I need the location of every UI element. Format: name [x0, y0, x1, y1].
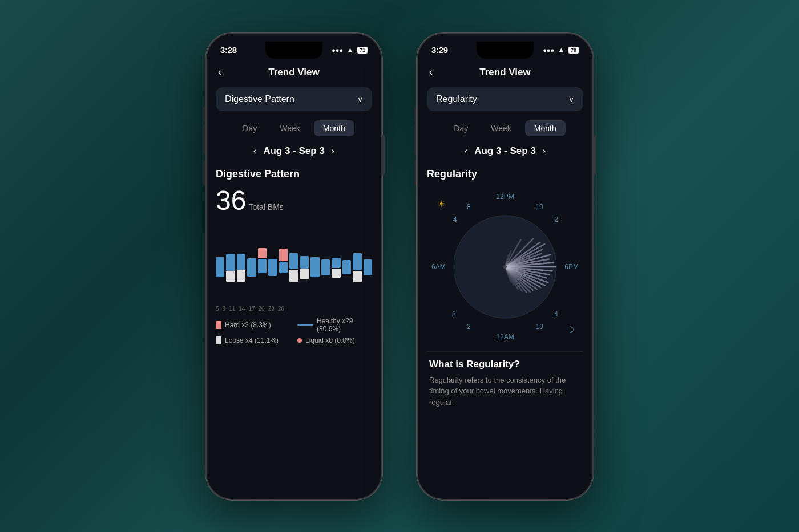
period-selector: Day Week Month: [207, 116, 381, 141]
bar-column: [300, 243, 309, 279]
liquid-swatch: [297, 338, 302, 343]
sun-icon: ☀: [437, 198, 445, 209]
status-bar-2: 3:29 ●●● ▲ 70: [418, 34, 592, 62]
clock-label-4l: 4: [453, 216, 457, 224]
period-day-button[interactable]: Day: [233, 120, 266, 136]
status-time: 3:28: [220, 45, 237, 55]
period-week-button-2[interactable]: Week: [482, 120, 520, 136]
wifi-icon: ▲: [346, 46, 354, 54]
axis-label: 5: [216, 306, 219, 312]
content-area-2: Regularity ☀ ☽ 12PM 6PM 12AM 6AM 10 2 4: [418, 161, 592, 499]
stat-number: 36: [216, 187, 246, 214]
bar-column: [216, 244, 224, 278]
clock-label-12am: 12AM: [496, 333, 514, 341]
section-title-2: Regularity: [427, 168, 583, 180]
bar-column: [332, 245, 340, 278]
date-range-nav-2: ‹ Aug 3 - Sep 3 ›: [418, 141, 592, 161]
status-time-2: 3:29: [431, 45, 448, 55]
date-range-nav: ‹ Aug 3 - Sep 3 ›: [207, 141, 381, 161]
period-selector-2: Day Week Month: [418, 116, 592, 141]
stat-row: 36 Total BMs: [216, 187, 372, 214]
period-week-button[interactable]: Week: [271, 120, 309, 136]
bar-column: [310, 244, 319, 278]
healthy-label: Healthy x29 (80.6%): [317, 317, 372, 333]
dropdown-label-2: Regularity: [436, 94, 477, 104]
status-icons-2: ●●● ▲ 70: [543, 46, 579, 54]
back-button-2[interactable]: ‹: [429, 66, 433, 78]
axis-label: 23: [268, 306, 275, 312]
bar-chart: 58111417202326: [216, 221, 372, 312]
liquid-label: Liquid x0 (0.0%): [305, 336, 355, 344]
hard-label: Hard x3 (8.3%): [225, 321, 271, 329]
clock-label-8b: 8: [452, 310, 456, 318]
period-month-button-2[interactable]: Month: [525, 120, 566, 136]
phone-2: 3:29 ●●● ▲ 70 ‹ Trend View Regularity ∨: [417, 33, 594, 500]
dynamic-island: [265, 42, 322, 59]
clock-label-6am: 6AM: [431, 263, 446, 271]
bar-column: [321, 246, 330, 276]
prev-period-button-2[interactable]: ‹: [465, 146, 467, 156]
axis-label: 8: [223, 306, 226, 312]
bar-column: [279, 249, 288, 274]
axis-label: 17: [248, 306, 255, 312]
chevron-down-icon: ∨: [357, 95, 363, 104]
legend-healthy: Healthy x29 (80.6%): [297, 317, 372, 333]
status-bar: 3:28 ●●● ▲ 71: [207, 34, 381, 62]
bar-column: [268, 246, 277, 277]
page-title: Trend View: [268, 67, 319, 78]
dynamic-island-2: [477, 42, 534, 59]
bar-column: [237, 241, 245, 282]
moon-icon: ☽: [566, 324, 574, 335]
prev-period-button[interactable]: ‹: [253, 146, 256, 156]
page-title-2: Trend View: [479, 67, 530, 78]
clock-label-12pm: 12PM: [496, 193, 514, 201]
bar-column: [258, 248, 267, 274]
nav-bar: ‹ Trend View: [207, 62, 381, 83]
loose-label: Loose x4 (11.1%): [225, 336, 279, 344]
bar-column: [289, 240, 298, 282]
next-period-button-2[interactable]: ›: [543, 146, 546, 156]
clock-label-10b: 10: [536, 323, 543, 331]
bar-column: [353, 240, 361, 282]
clock-label-6pm: 6PM: [564, 263, 579, 271]
clock-label-10: 10: [536, 203, 543, 211]
clock-label-2b: 2: [467, 323, 471, 331]
stat-label: Total BMs: [248, 202, 283, 212]
category-dropdown-2[interactable]: Regularity ∨: [427, 87, 583, 111]
signal-icon: ●●●: [332, 47, 343, 54]
date-range-label-2: Aug 3 - Sep 3: [474, 145, 536, 157]
clock-label-8: 8: [467, 203, 471, 211]
legend-liquid: Liquid x0 (0.0%): [297, 336, 372, 344]
loose-swatch: [216, 336, 221, 344]
back-button[interactable]: ‹: [218, 66, 221, 78]
info-text: Regularity refers to the consistency of …: [429, 375, 581, 408]
axis-label: 11: [229, 306, 235, 312]
axis-label: 14: [239, 306, 245, 312]
section-title: Digestive Pattern: [216, 168, 372, 180]
wifi-icon-2: ▲: [558, 46, 565, 54]
phone-1: 3:28 ●●● ▲ 71 ‹ Trend View Digestive Pat…: [205, 33, 382, 500]
period-month-button[interactable]: Month: [314, 120, 354, 136]
dropdown-label: Digestive Pattern: [225, 94, 294, 104]
radial-chart-container: ☀ ☽ 12PM 6PM 12AM 6AM 10 2 4 10 8 8 2: [427, 187, 583, 347]
content-area: Digestive Pattern 36 Total BMs 581114172…: [207, 161, 381, 499]
category-dropdown[interactable]: Digestive Pattern ∨: [216, 87, 372, 111]
bar-column: [364, 246, 372, 276]
signal-icon-2: ●●●: [543, 47, 554, 54]
legend: Hard x3 (8.3%) Healthy x29 (80.6%) Loose…: [216, 317, 372, 344]
svg-point-27: [503, 265, 507, 269]
clock-label-2: 2: [554, 216, 558, 224]
date-range-label: Aug 3 - Sep 3: [263, 145, 325, 157]
legend-loose: Loose x4 (11.1%): [216, 336, 290, 344]
nav-bar-2: ‹ Trend View: [418, 62, 592, 83]
hard-swatch: [216, 321, 221, 329]
info-title: What is Regularity?: [429, 359, 581, 370]
healthy-swatch: [297, 324, 313, 326]
bar-column: [342, 247, 351, 275]
axis-label: 26: [278, 306, 284, 312]
legend-hard: Hard x3 (8.3%): [216, 317, 290, 333]
period-day-button-2[interactable]: Day: [445, 120, 477, 136]
next-period-button[interactable]: ›: [332, 146, 334, 156]
bar-column: [247, 245, 256, 277]
battery-badge: 71: [357, 47, 368, 54]
